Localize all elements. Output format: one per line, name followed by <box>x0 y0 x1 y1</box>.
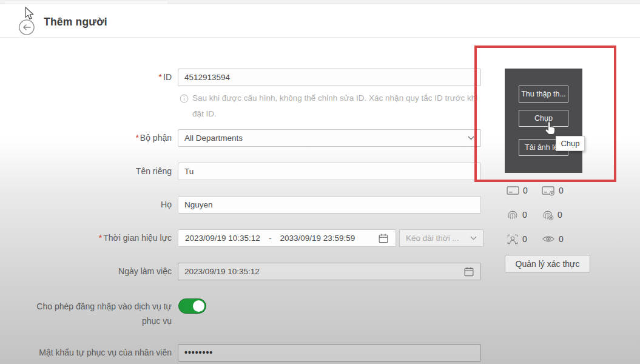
hire-date-field[interactable]: 2023/09/19 10:35:12 <box>178 263 481 280</box>
id-label: *ID <box>0 69 172 86</box>
face-credential: 0 <box>507 234 542 245</box>
validity-range-field[interactable]: 2023/09/19 10:35:12 - 2033/09/19 23:59:5… <box>178 229 396 247</box>
capture-tooltip: Chụp <box>556 136 585 151</box>
validity-start: 2023/09/19 10:35:12 <box>185 234 260 243</box>
add-person-page: Thêm người *ID Sau khi được cấu hình, kh… <box>0 0 640 364</box>
id-hint-text: Sau khi được cấu hình, không thể chỉnh s… <box>192 90 477 122</box>
capture-button[interactable]: Chụp <box>519 110 568 127</box>
card-badge-icon <box>542 186 555 196</box>
chevron-down-icon <box>470 236 477 240</box>
department-select[interactable]: All Departments <box>178 129 481 147</box>
id-input[interactable] <box>178 69 481 86</box>
credentials-grid: 0 0 0 <box>507 178 584 251</box>
top-edge-strip <box>0 0 640 4</box>
fingerprint-badge-count: 0 <box>557 210 562 220</box>
photo-capture-panel: Thu thập th... Chụp Tải ảnh lên <box>505 69 582 173</box>
fingerprint-badge-icon <box>542 209 554 221</box>
top-edge-strip-segment <box>4 1 169 4</box>
validity-end: 2033/09/19 23:59:59 <box>280 234 355 243</box>
password-field[interactable]: •••••••• <box>178 344 481 362</box>
card-badge-credential: 0 <box>542 186 584 196</box>
fingerprint-credential: 0 <box>507 209 542 221</box>
extend-validity-select[interactable]: Kéo dài thời ... <box>399 229 483 247</box>
required-mark: * <box>135 133 138 143</box>
self-service-label: Cho phép đăng nhập vào dịch vụ tựphục vụ <box>0 299 172 328</box>
self-service-toggle[interactable] <box>178 298 206 314</box>
back-arrow-icon <box>18 19 35 36</box>
id-hint: Sau khi được cấu hình, không thể chỉnh s… <box>180 90 486 122</box>
last-name-input[interactable] <box>178 196 481 214</box>
back-button[interactable] <box>18 19 35 36</box>
first-name-label: Tên riêng <box>0 163 172 180</box>
calendar-icon[interactable] <box>463 266 474 277</box>
manage-auth-button[interactable]: Quản lý xác thực <box>505 255 590 272</box>
hire-date-value: 2023/09/19 10:35:12 <box>184 267 260 276</box>
password-label: Mật khẩu tự phục vụ của nhân viên <box>0 344 172 362</box>
collect-info-button[interactable]: Thu thập th... <box>519 86 568 103</box>
face-count: 0 <box>522 234 527 244</box>
face-capture-icon <box>507 234 519 245</box>
department-value: All Departments <box>184 133 243 143</box>
page-header: Thêm người <box>0 5 640 38</box>
validity-separator: - <box>269 234 272 243</box>
validity-label: *Thời gian hiệu lực <box>0 229 172 247</box>
fingerprint-icon <box>507 209 519 221</box>
fingerprint-badge-credential: 0 <box>542 209 584 221</box>
eye-count: 0 <box>559 234 564 244</box>
fingerprint-count: 0 <box>522 210 527 220</box>
card-credential: 0 <box>507 186 542 195</box>
last-name-label: Họ <box>0 196 172 214</box>
department-label: *Bộ phận <box>0 129 172 147</box>
info-icon <box>180 94 189 103</box>
page-title: Thêm người <box>44 5 107 38</box>
required-mark: * <box>159 72 162 82</box>
hire-date-label: Ngày làm việc <box>0 263 172 280</box>
card-icon <box>507 186 519 195</box>
eye-credential: 0 <box>542 234 584 244</box>
card-count: 0 <box>523 186 528 195</box>
required-mark: * <box>99 233 102 243</box>
card-badge-count: 0 <box>559 186 564 195</box>
eye-icon <box>542 234 555 244</box>
toggle-knob <box>193 300 204 312</box>
extend-validity-placeholder: Kéo dài thời ... <box>406 234 459 243</box>
first-name-input[interactable] <box>178 163 481 180</box>
chevron-down-icon <box>468 136 474 140</box>
calendar-icon[interactable] <box>378 233 389 244</box>
